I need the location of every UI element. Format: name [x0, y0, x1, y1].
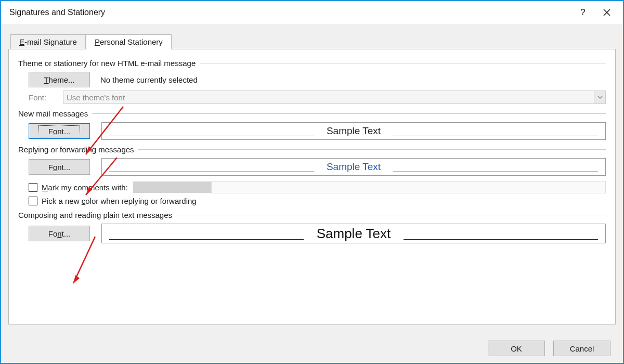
tabpanel-personal-stationery: Theme or stationery for new HTML e-mail … — [8, 49, 616, 324]
theme-button[interactable]: Theme... — [29, 72, 90, 87]
group-theme-legend: Theme or stationery for new HTML e-mail … — [18, 59, 200, 68]
new-mail-sample-box: Sample Text — [101, 122, 606, 140]
theme-status-text: No theme currently selected — [100, 75, 198, 84]
dialog-footer: OK Cancel — [1, 334, 623, 363]
client-area: E-mail Signature Personal Stationery The… — [1, 24, 623, 334]
close-icon — [603, 9, 610, 16]
mark-comments-label: Mark my comments with: — [42, 183, 128, 192]
theme-font-combo-value: Use theme's font — [67, 93, 594, 102]
chevron-down-icon — [594, 91, 605, 103]
theme-font-combo: Use theme's font — [63, 90, 606, 104]
group-reply-forward: Replying or forwarding messages Font... … — [18, 145, 606, 205]
group-plain-text: Composing and reading plain text message… — [18, 211, 606, 243]
divider — [92, 113, 606, 114]
divider — [200, 63, 606, 63]
tabstrip: E-mail Signature Personal Stationery — [10, 31, 616, 49]
divider — [393, 136, 598, 136]
tab-personal-stationery[interactable]: Personal Stationery — [86, 34, 172, 49]
divider — [138, 149, 606, 150]
group-plain-legend: Composing and reading plain text message… — [18, 211, 176, 219]
help-icon: ? — [580, 7, 585, 18]
reply-sample-box: Sample Text — [101, 158, 606, 176]
plain-font-button[interactable]: Font... — [29, 226, 90, 241]
pick-color-label: Pick a new color when replying or forwar… — [42, 197, 197, 205]
mark-comments-field-bg — [211, 181, 606, 193]
divider — [109, 136, 314, 136]
svg-marker-7 — [73, 275, 80, 283]
divider — [109, 239, 304, 240]
new-mail-sample-text: Sample Text — [323, 125, 384, 137]
mark-comments-checkbox[interactable] — [29, 183, 37, 192]
divider — [109, 172, 314, 172]
group-new-mail: New mail messages Font... Sample Text — [18, 109, 606, 140]
theme-font-label: Font: — [29, 93, 58, 102]
divider — [404, 239, 598, 240]
divider — [176, 215, 606, 215]
close-button[interactable] — [595, 1, 619, 24]
help-button[interactable]: ? — [571, 1, 595, 24]
dialog-window: Signatures and Stationery ? E-mail Signa… — [0, 0, 624, 364]
pick-color-checkbox[interactable] — [29, 197, 37, 205]
mark-comments-value — [133, 181, 211, 193]
ok-button[interactable]: OK — [488, 341, 545, 356]
plain-sample-box: Sample Text — [101, 224, 606, 243]
group-theme: Theme or stationery for new HTML e-mail … — [18, 59, 606, 104]
reply-sample-text: Sample Text — [323, 161, 384, 173]
group-reply-legend: Replying or forwarding messages — [18, 145, 138, 154]
reply-font-button[interactable]: Font... — [29, 159, 90, 175]
titlebar: Signatures and Stationery ? — [1, 1, 623, 24]
group-new-mail-legend: New mail messages — [18, 109, 92, 118]
window-title: Signatures and Stationery — [9, 8, 571, 17]
cancel-button[interactable]: Cancel — [553, 341, 610, 356]
divider — [393, 172, 598, 172]
new-mail-font-button[interactable]: Font... — [29, 123, 90, 139]
plain-sample-text: Sample Text — [314, 226, 394, 242]
tab-email-signature[interactable]: E-mail Signature — [10, 34, 86, 49]
svg-line-6 — [73, 237, 95, 283]
